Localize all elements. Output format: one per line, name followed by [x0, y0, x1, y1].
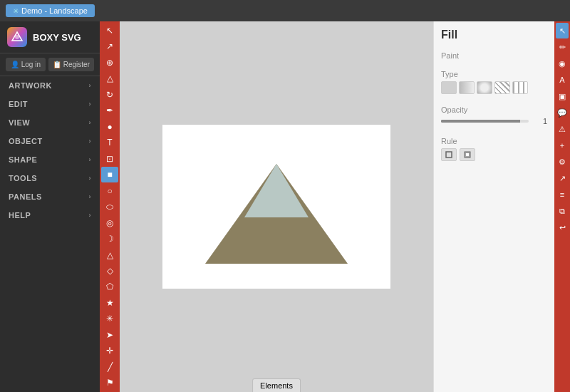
- type-solid[interactable]: [441, 81, 457, 94]
- login-icon: 👤: [11, 61, 19, 68]
- register-button[interactable]: 📋 Register: [48, 58, 94, 71]
- rule-btn-2[interactable]: [460, 148, 475, 161]
- paint-label: Paint: [441, 51, 547, 60]
- logo-area: BOXY SVG: [0, 21, 100, 53]
- menu-label-help: HELP: [9, 211, 31, 220]
- right-tool-warning-r[interactable]: ⚠: [556, 121, 569, 137]
- rule-section: Rule: [441, 137, 547, 161]
- rule-row: [441, 148, 547, 161]
- menu-label-object: OBJECT: [9, 137, 43, 145]
- menu-label-view: VIEW: [9, 118, 30, 127]
- tool-flag[interactable]: ⚑: [101, 376, 118, 391]
- tool-cross[interactable]: ✛: [101, 344, 118, 359]
- opacity-slider[interactable]: [441, 120, 529, 123]
- tool-target[interactable]: ◎: [101, 215, 118, 230]
- menu-item-help[interactable]: HELP›: [0, 206, 100, 225]
- svg-rect-4: [446, 152, 452, 158]
- opacity-label: Opacity: [441, 105, 547, 114]
- tool-crop[interactable]: ⊡: [101, 151, 118, 166]
- svg-point-1: [15, 35, 19, 39]
- canvas-area: Elements: [120, 21, 433, 392]
- tool-arrow[interactable]: ➤: [101, 327, 118, 342]
- svg-marker-3: [244, 164, 309, 217]
- tool-zoom-in[interactable]: △: [101, 71, 118, 86]
- chevron-icon: ›: [89, 82, 92, 89]
- chevron-icon: ›: [89, 119, 92, 126]
- topbar: ✳ Demo - Landscape: [0, 0, 570, 21]
- menu-item-tools[interactable]: TOOLS›: [0, 169, 100, 187]
- menu-label-tools: TOOLS: [9, 174, 37, 182]
- right-strip: ↖✏◉A▣💬⚠+⚙↗≡⧉↩: [554, 21, 570, 392]
- tool-pen[interactable]: ✒: [101, 103, 118, 118]
- menu-label-shape: SHAPE: [9, 155, 37, 164]
- rule-label: Rule: [441, 137, 547, 145]
- menu-label-edit: EDIT: [9, 100, 28, 108]
- tool-asterisk[interactable]: ✳: [101, 311, 118, 326]
- tool-pan[interactable]: ⊕: [101, 55, 118, 70]
- tool-text[interactable]: T: [101, 135, 118, 150]
- register-icon: 📋: [53, 61, 61, 68]
- app-title: BOXY SVG: [33, 32, 81, 43]
- tool-cursor[interactable]: ↖: [101, 23, 118, 38]
- right-tool-rect-r[interactable]: ▣: [556, 88, 569, 104]
- menu-items: ARTWORK›EDIT›VIEW›OBJECT›SHAPE›TOOLS›PAN…: [0, 76, 100, 225]
- opacity-row: 1: [441, 117, 547, 125]
- type-linear[interactable]: [459, 81, 475, 94]
- fill-panel: Fill Paint Type Opacity 1 R: [433, 21, 554, 392]
- auth-buttons: 👤 Log in 📋 Register: [0, 53, 100, 76]
- tool-line[interactable]: ╱: [101, 359, 118, 374]
- type-stripe[interactable]: [494, 81, 510, 94]
- tool-triangle[interactable]: △: [101, 247, 118, 262]
- type-section: Type: [441, 70, 547, 98]
- right-tool-layers-r[interactable]: ⧉: [556, 203, 569, 219]
- menu-label-panels: PANELS: [9, 192, 42, 201]
- demo-star-icon: ✳: [13, 7, 19, 15]
- chevron-icon: ›: [89, 100, 92, 108]
- right-tool-grid-r[interactable]: ≡: [556, 187, 569, 202]
- menu-item-object[interactable]: OBJECT›: [0, 132, 100, 150]
- menu-item-artwork[interactable]: ARTWORK›: [0, 76, 100, 95]
- tool-rect[interactable]: ■: [101, 167, 118, 182]
- chevron-icon: ›: [89, 175, 92, 182]
- tool-pentagon[interactable]: ⬠: [101, 279, 118, 294]
- demo-tab-label: Demo - Landscape: [21, 6, 88, 15]
- rule-btn-1[interactable]: [441, 148, 457, 161]
- menu-item-panels[interactable]: PANELS›: [0, 187, 100, 206]
- canvas-svg: [162, 125, 390, 289]
- tool-diamond[interactable]: ◇: [101, 263, 118, 278]
- tool-ellipse[interactable]: ⬭: [101, 199, 118, 214]
- login-button[interactable]: 👤 Log in: [6, 58, 46, 71]
- demo-tab[interactable]: ✳ Demo - Landscape: [6, 4, 95, 17]
- tool-select[interactable]: ↗: [101, 38, 118, 53]
- tool-crescent[interactable]: ☽: [101, 231, 118, 246]
- left-sidebar: BOXY SVG 👤 Log in 📋 Register ARTWORK›EDI…: [0, 21, 100, 392]
- right-tool-export-r[interactable]: ↗: [556, 170, 569, 186]
- tool-pencil[interactable]: ●: [101, 119, 118, 134]
- right-tool-gear-r[interactable]: ⚙: [556, 154, 569, 170]
- type-label: Type: [441, 70, 547, 78]
- right-tool-undo-r[interactable]: ↩: [556, 220, 569, 235]
- right-tool-node-r[interactable]: ◉: [556, 56, 569, 71]
- type-pattern[interactable]: [512, 81, 528, 94]
- opacity-value: 1: [533, 117, 547, 125]
- right-tool-pen-r[interactable]: ✏: [556, 39, 569, 55]
- app-logo-icon: [7, 27, 27, 47]
- tool-circle[interactable]: ○: [101, 183, 118, 198]
- right-tool-add-r[interactable]: +: [556, 138, 569, 153]
- menu-item-edit[interactable]: EDIT›: [0, 95, 100, 113]
- chevron-icon: ›: [89, 193, 92, 200]
- canvas-white[interactable]: [162, 125, 390, 289]
- tool-star[interactable]: ★: [101, 295, 118, 310]
- right-tool-comment-r[interactable]: 💬: [556, 105, 569, 120]
- chevron-icon: ›: [89, 138, 92, 145]
- menu-item-view[interactable]: VIEW›: [0, 113, 100, 132]
- elements-tab-bar: Elements: [252, 378, 301, 392]
- tool-rotate[interactable]: ↻: [101, 87, 118, 102]
- chevron-icon: ›: [89, 212, 92, 219]
- right-tool-text-r[interactable]: A: [556, 72, 569, 88]
- right-tool-select-r[interactable]: ↖: [556, 23, 569, 38]
- type-radial[interactable]: [477, 81, 492, 94]
- elements-tab[interactable]: Elements: [252, 378, 301, 392]
- paint-section: Paint: [441, 51, 547, 63]
- menu-item-shape[interactable]: SHAPE›: [0, 150, 100, 169]
